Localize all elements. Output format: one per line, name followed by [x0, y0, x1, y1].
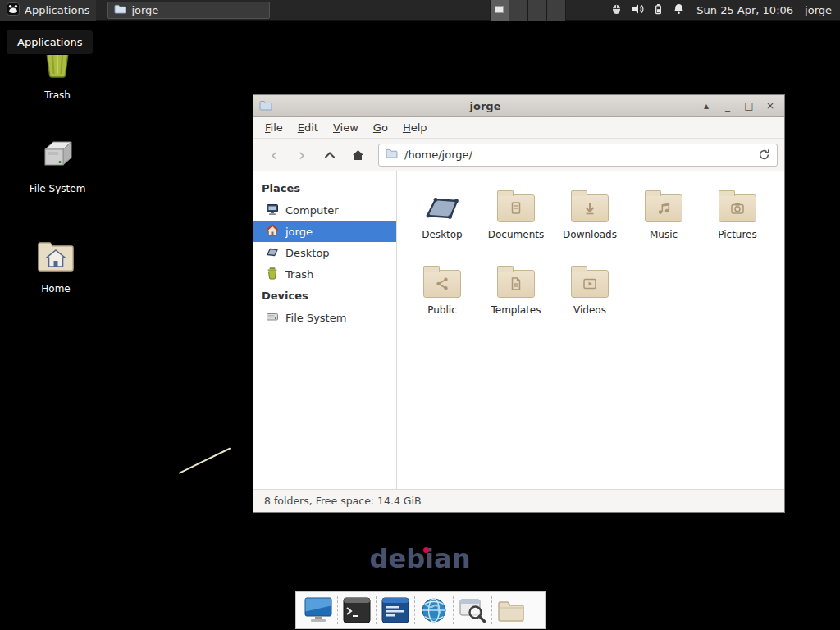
folder-documents-icon [497, 185, 535, 222]
system-tray [610, 2, 685, 18]
toolbar: ‹ › /home/jorge/ [253, 139, 784, 171]
folder-videos-icon [571, 260, 609, 298]
bottom-dock [295, 591, 546, 629]
workspace-3[interactable] [528, 0, 547, 21]
dock-separator [414, 596, 415, 624]
panel-clock[interactable]: Sun 25 Apr, 10:06 [696, 4, 793, 16]
path-text[interactable]: /home/jorge/ [404, 148, 472, 161]
top-panel: Applications jorge Sun 25 Apr, 10:06 jor… [0, 0, 840, 21]
workspace-switcher [490, 0, 566, 21]
display-settings-icon[interactable] [300, 594, 336, 627]
file-label: Pictures [718, 229, 757, 240]
devices-header: Devices [253, 285, 396, 307]
bell-icon[interactable] [673, 2, 685, 18]
menu-go[interactable]: Go [366, 118, 395, 137]
menu-edit[interactable]: Edit [290, 118, 326, 137]
maximize-button[interactable]: □ [741, 100, 757, 112]
file-item-videos[interactable]: Videos [553, 257, 627, 332]
sidebar-item-file-system[interactable]: File System [253, 307, 396, 328]
back-button[interactable]: ‹ [260, 143, 288, 167]
applications-menu-button[interactable]: Applications [0, 0, 96, 21]
home-button[interactable] [344, 143, 372, 167]
debian-logo-red-dot [423, 547, 429, 553]
dock-separator [453, 596, 454, 624]
menu-bar: File Edit View Go Help [253, 117, 784, 139]
shade-button[interactable]: ▴ [698, 100, 714, 112]
dock-separator [491, 596, 492, 624]
desktop-icon-home[interactable]: Home [15, 238, 97, 294]
forward-button[interactable]: › [288, 143, 316, 167]
menu-file[interactable]: File [258, 118, 290, 137]
desktop-stray-line [179, 447, 231, 473]
file-item-music[interactable]: Music [627, 181, 701, 257]
folder-public-icon [423, 260, 461, 298]
path-folder-icon [386, 148, 398, 161]
file-item-desktop[interactable]: Desktop [405, 181, 479, 257]
file-item-documents[interactable]: Documents [479, 181, 553, 257]
file-label: Music [650, 229, 678, 240]
volume-icon[interactable] [631, 2, 644, 18]
close-button[interactable]: × [762, 100, 778, 112]
folder-music-icon [645, 185, 682, 222]
menu-view[interactable]: View [326, 118, 366, 137]
window-folder-icon [259, 98, 272, 114]
workspace-1[interactable] [491, 0, 509, 21]
task-window-title: jorge [131, 4, 158, 16]
dock-separator [337, 596, 338, 624]
file-item-pictures[interactable]: Pictures [701, 181, 774, 257]
file-grid: Desktop Documents Downloads [397, 171, 784, 489]
desktop-icon-file-system[interactable]: File System [16, 138, 98, 194]
sidebar-item-trash[interactable]: Trash [253, 263, 396, 285]
folder-downloads-icon [571, 185, 609, 222]
places-header: Places [253, 177, 396, 199]
window-title: jorge [277, 100, 693, 112]
status-text: 8 folders, Free space: 14.4 GiB [264, 495, 422, 507]
desktop-icon-label: Home [41, 283, 70, 294]
drive-icon [39, 138, 76, 176]
applications-icon [7, 2, 20, 18]
computer-icon [266, 203, 279, 218]
file-label: Downloads [563, 229, 617, 240]
sidebar-item-label: Trash [285, 268, 313, 281]
sidebar-item-label: Computer [285, 204, 339, 217]
workspace-2[interactable] [509, 0, 528, 21]
taskbar-window-button[interactable]: jorge [107, 2, 270, 19]
sidebar-item-desktop[interactable]: Desktop [253, 242, 396, 263]
battery-icon[interactable] [652, 2, 664, 18]
folder-templates-icon [497, 260, 535, 298]
file-item-public[interactable]: Public [405, 257, 479, 332]
location-bar[interactable]: /home/jorge/ [378, 144, 778, 167]
workspace-window-preview [495, 6, 504, 13]
reload-icon[interactable] [758, 148, 770, 161]
workspace-4[interactable] [547, 0, 566, 21]
file-label: Documents [488, 229, 544, 240]
file-item-templates[interactable]: Templates [479, 257, 553, 332]
web-browser-icon[interactable] [416, 594, 452, 627]
terminal-icon[interactable] [339, 594, 375, 627]
desktop-icon-label: File System [30, 183, 86, 194]
trash-icon [266, 267, 279, 282]
file-label: Templates [491, 304, 541, 316]
mouse-icon[interactable] [610, 2, 623, 18]
sidebar-item-computer[interactable]: Computer [253, 199, 396, 221]
sidebar: Places Computer jorge Desktop [253, 171, 397, 489]
blue-terminal-icon[interactable] [377, 594, 413, 627]
menu-help[interactable]: Help [395, 118, 435, 137]
sidebar-item-jorge[interactable]: jorge [253, 221, 396, 242]
tooltip-text: Applications [17, 36, 82, 48]
file-item-downloads[interactable]: Downloads [553, 181, 627, 257]
debian-wallpaper-logo: debian [0, 543, 840, 574]
panel-separator [98, 2, 103, 18]
desktop-icon-label: Trash [44, 89, 71, 101]
panel-user-menu[interactable]: jorge [805, 4, 832, 16]
desktop-icon [266, 245, 279, 261]
file-manager-icon[interactable] [493, 594, 529, 627]
up-button[interactable] [316, 143, 344, 167]
window-titlebar[interactable]: jorge ▴ _ □ × [253, 95, 784, 117]
minimize-button[interactable]: _ [719, 100, 736, 112]
home-folder-icon [37, 238, 75, 276]
applications-tooltip: Applications [6, 30, 94, 55]
app-finder-icon[interactable] [454, 594, 491, 627]
sidebar-item-label: jorge [285, 226, 313, 238]
dock-separator [376, 596, 377, 624]
